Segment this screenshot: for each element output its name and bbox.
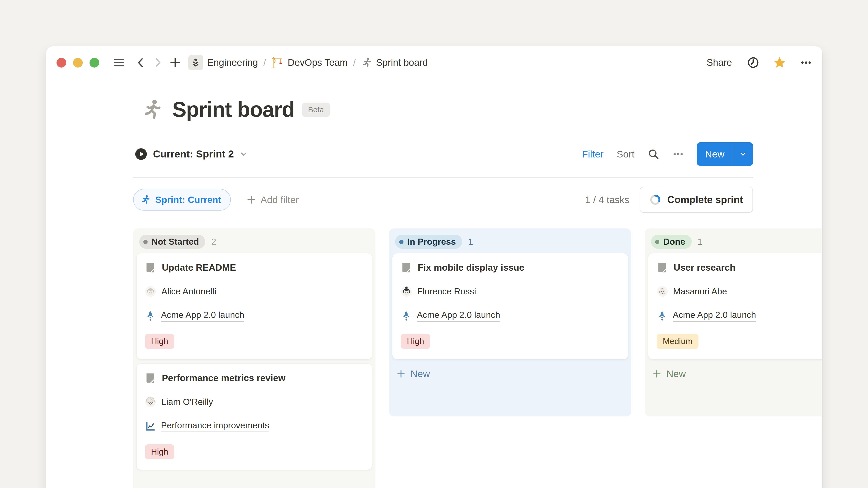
complete-sprint-label: Complete sprint <box>667 194 743 205</box>
minimize-window-button[interactable] <box>73 58 83 68</box>
project-link[interactable]: Acme App 2.0 launch <box>673 310 756 322</box>
card-title-row: Update README <box>145 262 364 273</box>
card-title-row: Performance metrics review <box>145 373 364 383</box>
filter-button[interactable]: Filter <box>582 149 604 160</box>
section-divider <box>133 177 753 178</box>
task-card[interactable]: Performance metrics review Liam O'Reilly… <box>136 364 372 470</box>
breadcrumb: Engineering / DevOps Team / Sprint board <box>188 55 428 70</box>
priority-tag: High <box>145 334 174 349</box>
card-assignee-row: Florence Rossi <box>401 286 619 297</box>
history-clock-icon[interactable] <box>747 57 759 68</box>
rocket-icon <box>657 311 667 321</box>
project-link[interactable]: Acme App 2.0 launch <box>161 310 244 322</box>
column-count: 1 <box>698 237 703 247</box>
avatar <box>145 396 156 408</box>
card-assignee-row: Liam O'Reilly <box>145 396 364 408</box>
topbar-actions: Share <box>705 56 812 69</box>
card-project-row: Acme App 2.0 launch <box>401 310 619 322</box>
card-title: Performance metrics review <box>162 373 285 383</box>
card-assignee-row: Masanori Abe <box>657 286 822 297</box>
breadcrumb-item-devops-team[interactable]: DevOps Team <box>272 57 348 69</box>
assignee-name: Alice Antonelli <box>161 287 216 296</box>
filter-bar-right: 1 / 4 tasks Complete sprint <box>585 187 753 213</box>
column-count: 2 <box>211 237 216 247</box>
avatar <box>657 286 668 297</box>
view-controls: Current: Sprint 2 Filter Sort New <box>133 142 753 166</box>
breadcrumb-label: Sprint board <box>376 57 428 68</box>
page-icon <box>657 263 667 273</box>
add-card-label: New <box>666 368 686 379</box>
task-card[interactable]: Update README Alice Antonelli Acme App 2… <box>136 253 372 359</box>
crane-icon <box>272 57 284 69</box>
card-title: Fix mobile display issue <box>418 262 524 273</box>
traffic-lights <box>57 58 99 68</box>
board-column-done: Done 1 User research Masanori Abe Acme A… <box>645 228 822 416</box>
runner-icon <box>141 98 163 121</box>
new-task-dropdown[interactable] <box>733 142 753 166</box>
card-project-row: Performance improvements <box>145 420 364 432</box>
sprint-filter-pill[interactable]: Sprint: Current <box>133 189 231 210</box>
add-card-button[interactable]: New <box>651 366 687 382</box>
plus-icon <box>396 369 406 379</box>
close-window-button[interactable] <box>57 58 66 68</box>
status-pill-not-started[interactable]: Not Started <box>139 235 205 249</box>
status-dot <box>655 240 659 244</box>
status-pill-done[interactable]: Done <box>651 235 692 249</box>
add-card-label: New <box>410 368 430 379</box>
task-card[interactable]: Fix mobile display issue Florence Rossi … <box>393 253 628 359</box>
assignee-name: Liam O'Reilly <box>161 397 213 407</box>
back-button[interactable] <box>135 57 147 68</box>
layers-icon <box>188 55 203 70</box>
project-link[interactable]: Performance improvements <box>161 420 269 432</box>
complete-sprint-button[interactable]: Complete sprint <box>640 187 753 213</box>
status-dot <box>399 240 403 244</box>
card-priority-row: High <box>401 334 619 349</box>
card-project-row: Acme App 2.0 launch <box>657 310 822 322</box>
card-priority-row: Medium <box>657 334 822 349</box>
status-label: Done <box>663 237 685 247</box>
status-pill-in-progress[interactable]: In Progress <box>395 235 462 249</box>
runner-icon <box>141 195 151 205</box>
breadcrumb-label: DevOps Team <box>288 57 348 68</box>
sidebar-menu-button[interactable] <box>113 57 125 69</box>
task-card[interactable]: User research Masanori Abe Acme App 2.0 … <box>648 253 822 359</box>
more-options-icon[interactable] <box>800 57 812 68</box>
app-window: Engineering / DevOps Team / Sprint board… <box>46 46 822 488</box>
zoom-window-button[interactable] <box>90 58 99 68</box>
runner-icon <box>361 57 372 68</box>
add-filter-button[interactable]: Add filter <box>245 194 301 205</box>
view-selector[interactable]: Current: Sprint 2 <box>133 147 249 161</box>
breadcrumb-separator: / <box>264 57 266 68</box>
rocket-icon <box>401 311 411 321</box>
priority-tag: High <box>401 334 430 349</box>
chevron-down-icon <box>239 150 248 158</box>
plus-icon <box>652 369 662 379</box>
new-page-button[interactable] <box>169 56 182 69</box>
card-title: Update README <box>162 262 236 273</box>
add-card-button[interactable]: New <box>395 366 431 382</box>
kanban-board: Not Started 2 Update README Alice Antone… <box>133 228 822 488</box>
view-selector-label: Current: Sprint 2 <box>153 148 234 160</box>
card-title: User research <box>674 262 736 273</box>
breadcrumb-separator: / <box>353 57 356 68</box>
sort-button[interactable]: Sort <box>617 149 634 160</box>
forward-button[interactable] <box>152 57 163 68</box>
breadcrumb-item-engineering[interactable]: Engineering <box>188 55 258 70</box>
view-actions: Filter Sort New <box>582 142 753 166</box>
search-icon[interactable] <box>648 148 659 160</box>
window-toolbar: Engineering / DevOps Team / Sprint board… <box>46 50 822 75</box>
status-dot <box>143 240 148 244</box>
share-button[interactable]: Share <box>705 57 733 68</box>
new-task-button[interactable]: New <box>697 142 753 166</box>
avatar <box>145 286 156 297</box>
card-title-row: Fix mobile display issue <box>401 262 619 273</box>
status-label: In Progress <box>407 237 456 247</box>
status-label: Not Started <box>151 237 199 247</box>
favorite-star-icon[interactable] <box>773 56 786 69</box>
project-link[interactable]: Acme App 2.0 launch <box>417 310 500 322</box>
breadcrumb-item-sprint-board[interactable]: Sprint board <box>361 57 428 68</box>
add-filter-label: Add filter <box>260 194 299 205</box>
card-assignee-row: Alice Antonelli <box>145 286 364 297</box>
page-icon <box>145 263 156 273</box>
more-view-options-icon[interactable] <box>673 149 684 160</box>
